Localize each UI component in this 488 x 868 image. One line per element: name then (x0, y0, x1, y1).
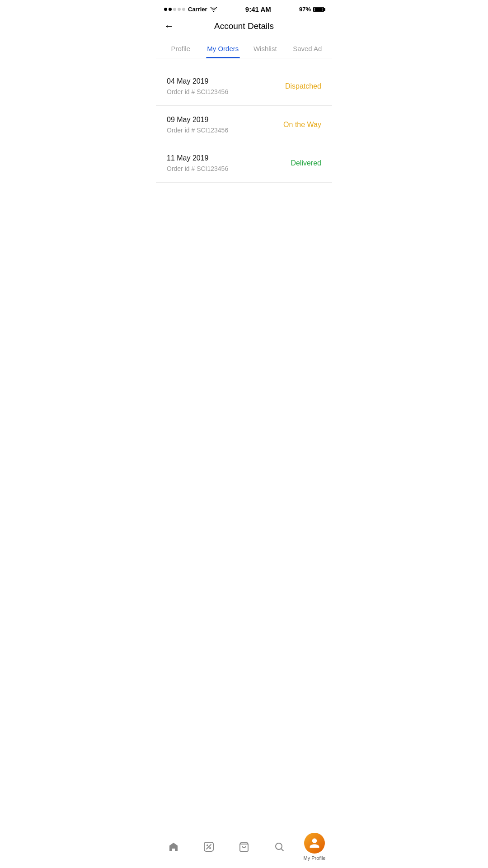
order-item[interactable]: 11 May 2019 Order id # SCI123456 Deliver… (156, 144, 332, 183)
order-info: 09 May 2019 Order id # SCI123456 (167, 116, 228, 134)
signal-dot-2 (169, 8, 172, 11)
tab-profile[interactable]: Profile (160, 38, 202, 58)
order-id: Order id # SCI123456 (167, 165, 228, 172)
back-button[interactable]: ← (164, 21, 174, 31)
wifi-icon (210, 7, 217, 12)
battery-fill (314, 8, 323, 11)
battery-icon (313, 7, 324, 12)
status-right: 97% (299, 6, 324, 13)
tab-saved-ad[interactable]: Saved Ad (286, 38, 329, 58)
status-time: 9:41 AM (245, 5, 271, 13)
order-status: Dispatched (285, 82, 321, 90)
order-item[interactable]: 09 May 2019 Order id # SCI123456 On the … (156, 106, 332, 144)
order-item[interactable]: 04 May 2019 Order id # SCI123456 Dispatc… (156, 67, 332, 106)
page-title: Account Details (214, 21, 274, 31)
battery-percent: 97% (299, 6, 311, 13)
tabs-container: Profile My Orders Wishlist Saved Ad (156, 38, 332, 58)
header: ← Account Details (156, 17, 332, 38)
order-status: On the Way (283, 121, 321, 129)
tab-wishlist[interactable]: Wishlist (244, 38, 286, 58)
order-id: Order id # SCI123456 (167, 127, 228, 134)
order-status: Delivered (291, 159, 321, 167)
status-bar: Carrier 9:41 AM 97% (156, 0, 332, 17)
order-info: 11 May 2019 Order id # SCI123456 (167, 154, 228, 172)
order-date: 11 May 2019 (167, 154, 228, 162)
status-left: Carrier (164, 6, 217, 13)
order-date: 09 May 2019 (167, 116, 228, 124)
order-info: 04 May 2019 Order id # SCI123456 (167, 77, 228, 95)
order-id: Order id # SCI123456 (167, 88, 228, 95)
signal-dot-1 (164, 8, 167, 11)
signal-dot-3 (173, 8, 176, 11)
signal-dots (164, 8, 185, 11)
orders-list: 04 May 2019 Order id # SCI123456 Dispatc… (156, 58, 332, 192)
signal-dot-5 (182, 8, 185, 11)
tab-my-orders[interactable]: My Orders (202, 38, 244, 58)
carrier-label: Carrier (188, 6, 207, 13)
order-date: 04 May 2019 (167, 77, 228, 85)
signal-dot-4 (178, 8, 181, 11)
